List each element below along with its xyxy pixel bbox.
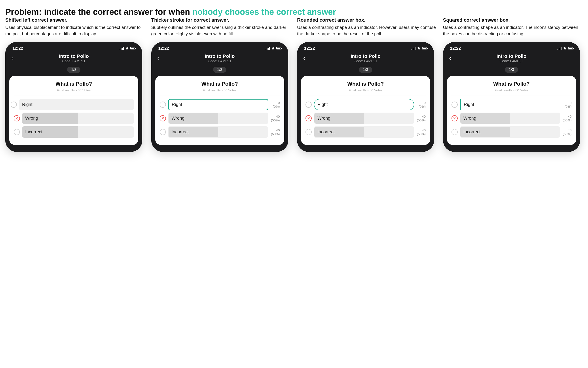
title-prefix: Problem: indicate the correct answer for… bbox=[5, 7, 192, 17]
status-icons-4: ⌘ bbox=[558, 46, 573, 50]
answer-row-right-v4: Right 0 (0%) bbox=[451, 99, 572, 110]
status-bar-3: 12:22 ⌘ bbox=[297, 42, 434, 53]
answer-count-wrong-v2: 40 (50%) bbox=[271, 115, 280, 122]
nav-title-3: Intro to Pollo Code: F4MPLT bbox=[351, 53, 381, 63]
back-button-4[interactable]: ‹ bbox=[449, 55, 451, 62]
answer-bar-wrong-v3: Wrong bbox=[314, 113, 414, 124]
answer-count-incorrect-v4: 40 (50%) bbox=[562, 128, 572, 136]
poll-meta-1: Final results • 80 Votes bbox=[14, 88, 134, 92]
answer-bar-wrong-v4: Wrong bbox=[460, 113, 560, 124]
back-button-1[interactable]: ‹ bbox=[11, 55, 13, 62]
answer-row-right-v2: Right 0 (0%) bbox=[160, 99, 280, 110]
page-header: Problem: indicate the correct answer for… bbox=[5, 7, 583, 17]
status-time-1: 12:22 bbox=[12, 46, 23, 51]
nav-title-2: Intro to Pollo Code: F4MPLT bbox=[205, 53, 235, 63]
variant-3-title: Rounded correct answer box. bbox=[297, 17, 365, 23]
poll-question-1: What is Pollo? bbox=[14, 81, 134, 87]
answer-radio-wrong-v3 bbox=[306, 115, 312, 121]
back-button-2[interactable]: ‹ bbox=[158, 55, 159, 62]
phone-nav-4: ‹ Intro to Pollo Code: F4MPLT bbox=[443, 53, 580, 65]
variant-1-phone: 12:22 ⌘ ‹ Intro to Pollo Code: F4MPL bbox=[5, 42, 142, 152]
page-title: Problem: indicate the correct answer for… bbox=[5, 7, 583, 17]
battery-icon-1 bbox=[130, 47, 135, 49]
battery-icon-2 bbox=[276, 47, 281, 49]
answer-radio-right-v4 bbox=[451, 101, 458, 108]
answer-bar-incorrect-v2: Incorrect bbox=[168, 126, 268, 138]
answer-count-right-v3: 0 (0%) bbox=[416, 101, 426, 108]
phone-nav-1: ‹ Intro to Pollo Code: F4MPLT bbox=[5, 53, 142, 65]
answer-row-incorrect-v1: Incorrect bbox=[14, 126, 134, 138]
wifi-icon-1: ⌘ bbox=[125, 46, 129, 50]
status-time-4: 12:22 bbox=[450, 46, 461, 51]
answer-bar-incorrect-v3: Incorrect bbox=[314, 126, 414, 138]
battery-icon-3 bbox=[422, 47, 427, 49]
answer-row-wrong-v3: Wrong 40 (50%) bbox=[306, 113, 426, 124]
variant-3-col: Rounded correct answer box. Uses a contr… bbox=[297, 17, 437, 152]
poll-question-4: What is Pollo? bbox=[451, 81, 572, 87]
variant-3-desc: Uses a contrasting shape as an indicator… bbox=[297, 24, 437, 37]
back-button-3[interactable]: ‹ bbox=[303, 55, 305, 62]
variant-3-phone: 12:22 ⌘ ‹ Intro to Pollo Code: F4MPL bbox=[297, 42, 434, 152]
variant-2-title: Thicker stroke for correct answer. bbox=[151, 17, 229, 23]
answer-count-right-v2: 0 (0%) bbox=[271, 101, 280, 108]
answer-radio-right-v2 bbox=[160, 101, 166, 108]
answer-row-incorrect-v4: Incorrect 40 (50%) bbox=[451, 126, 572, 138]
answer-row-right-v1: Right bbox=[11, 99, 134, 110]
answer-row-wrong-v4: Wrong 40 (50%) bbox=[451, 113, 572, 124]
answer-bar-right-v3: Right bbox=[314, 99, 414, 110]
phone-nav-2: ‹ Intro to Pollo Code: F4MPLT bbox=[151, 53, 288, 65]
answer-bar-wrong-v1: Wrong bbox=[22, 113, 134, 124]
status-bar-2: 12:22 ⌘ bbox=[151, 42, 288, 53]
signal-icon-4 bbox=[558, 47, 561, 50]
answer-radio-incorrect-v4 bbox=[451, 129, 458, 135]
answer-radio-incorrect-v3 bbox=[306, 129, 312, 135]
status-bar-1: 12:22 ⌘ bbox=[5, 42, 142, 53]
variant-4-phone: 12:22 ⌘ ‹ Intro to Pollo Code: F4MPL bbox=[443, 42, 580, 152]
variant-4-col: Squared correct answer box. Uses a contr… bbox=[443, 17, 583, 152]
answer-count-wrong-v3: 40 (50%) bbox=[416, 115, 426, 122]
answer-row-wrong-v1: Wrong bbox=[14, 113, 134, 124]
variant-2-desc: Subtlely outlines the correct answer usi… bbox=[151, 24, 291, 37]
answer-count-wrong-v4: 40 (50%) bbox=[562, 115, 572, 122]
phone-counter-1: 1/3 bbox=[5, 65, 142, 76]
answer-count-incorrect-v3: 40 (50%) bbox=[416, 128, 426, 136]
answer-radio-wrong-v2 bbox=[160, 115, 166, 121]
status-time-3: 12:22 bbox=[304, 46, 315, 51]
answer-count-incorrect-v2: 40 (50%) bbox=[271, 128, 280, 136]
poll-card-3: What is Pollo? Final results • 80 Votes … bbox=[301, 76, 430, 145]
nav-title-1: Intro to Pollo Code: F4MPLT bbox=[59, 53, 89, 63]
answer-bar-right-v1: Right bbox=[19, 99, 134, 110]
status-bar-4: 12:22 ⌘ bbox=[443, 42, 580, 53]
status-time-2: 12:22 bbox=[158, 46, 169, 51]
phone-nav-3: ‹ Intro to Pollo Code: F4MPLT bbox=[297, 53, 434, 65]
wifi-icon-2: ⌘ bbox=[271, 46, 275, 50]
battery-icon-4 bbox=[568, 47, 573, 49]
variant-2-col: Thicker stroke for correct answer. Subtl… bbox=[151, 17, 291, 152]
status-icons-1: ⌘ bbox=[120, 46, 135, 50]
signal-icon-1 bbox=[120, 47, 124, 50]
answer-row-wrong-v2: Wrong 40 (50%) bbox=[160, 113, 280, 124]
phone-counter-4: 1/3 bbox=[443, 65, 580, 76]
phone-counter-2: 1/3 bbox=[151, 65, 288, 76]
title-highlight: nobody chooses the correct answer bbox=[192, 7, 336, 17]
answer-bar-incorrect-v4: Incorrect bbox=[460, 126, 560, 138]
poll-question-2: What is Pollo? bbox=[160, 81, 280, 87]
poll-card-4: What is Pollo? Final results • 80 Votes … bbox=[447, 76, 576, 145]
nav-title-4: Intro to Pollo Code: F4MPLT bbox=[496, 53, 527, 63]
answer-count-right-v4: 0 (0%) bbox=[562, 101, 572, 108]
answer-radio-right-v3 bbox=[306, 101, 312, 108]
poll-meta-2: Final results • 80 Votes bbox=[160, 88, 280, 92]
signal-icon-2 bbox=[266, 47, 270, 50]
poll-meta-3: Final results • 80 Votes bbox=[306, 88, 426, 92]
answer-row-incorrect-v2: Incorrect 40 (50%) bbox=[160, 126, 280, 138]
variant-2-phone: 12:22 ⌘ ‹ Intro to Pollo Code: F4MPL bbox=[151, 42, 288, 152]
answer-bar-right-v4: Right bbox=[460, 99, 560, 110]
poll-question-3: What is Pollo? bbox=[306, 81, 426, 87]
poll-card-2: What is Pollo? Final results • 80 Votes … bbox=[155, 76, 284, 145]
signal-icon-3 bbox=[411, 47, 415, 50]
wifi-icon-4: ⌘ bbox=[563, 46, 566, 50]
status-icons-3: ⌘ bbox=[411, 46, 427, 50]
variants-row: Shifted left correct answer. Uses physic… bbox=[5, 17, 583, 152]
poll-card-1: What is Pollo? Final results • 80 Votes … bbox=[9, 76, 138, 145]
wifi-icon-3: ⌘ bbox=[417, 46, 420, 50]
